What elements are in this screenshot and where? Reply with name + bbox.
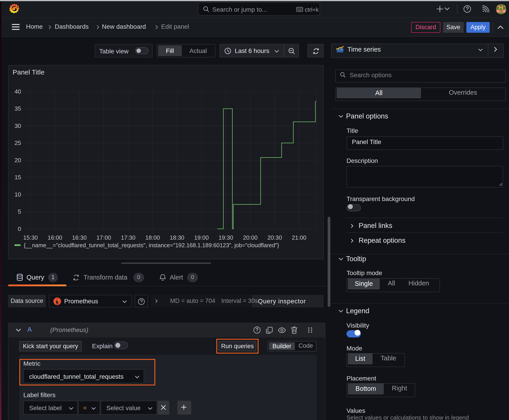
svg-text:0: 0 [18, 225, 21, 232]
svg-text:17:30: 17:30 [121, 234, 136, 241]
svg-text:15: 15 [15, 174, 21, 181]
svg-text:20:30: 20:30 [267, 234, 282, 241]
svg-text:{__name__="cloudflared_tunnel_: {__name__="cloudflared_tunnel_total_requ… [24, 242, 279, 248]
svg-text:18:00: 18:00 [145, 234, 160, 241]
svg-text:19:30: 19:30 [219, 234, 233, 241]
svg-text:30: 30 [15, 122, 21, 129]
svg-text:10: 10 [15, 191, 21, 198]
svg-text:16:00: 16:00 [48, 234, 62, 241]
svg-text:21:00: 21:00 [292, 234, 306, 241]
svg-text:5: 5 [18, 208, 21, 215]
svg-text:18:30: 18:30 [170, 234, 184, 241]
svg-text:20:00: 20:00 [243, 234, 258, 241]
svg-text:15:30: 15:30 [23, 234, 38, 241]
svg-text:20: 20 [15, 157, 21, 164]
svg-text:35: 35 [15, 105, 21, 112]
svg-text:16:30: 16:30 [72, 234, 87, 241]
svg-text:17:00: 17:00 [97, 234, 111, 241]
svg-text:25: 25 [15, 140, 21, 146]
svg-text:19:00: 19:00 [194, 234, 209, 241]
svg-text:40: 40 [15, 88, 21, 95]
